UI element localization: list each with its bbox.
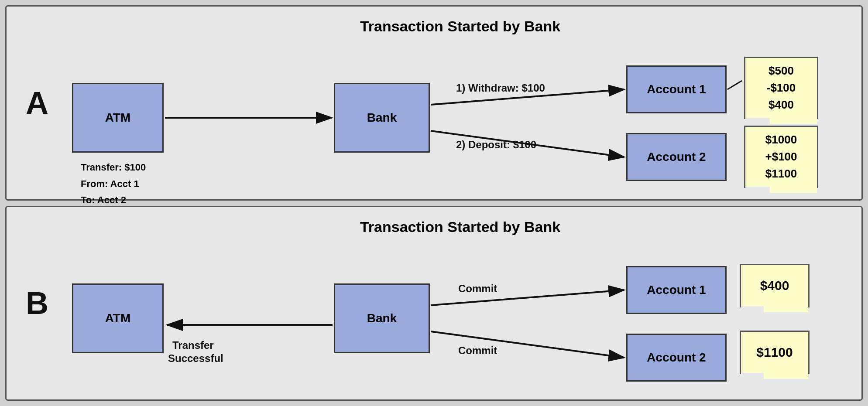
svg-text:Commit: Commit (458, 345, 497, 356)
panel-b: B Transaction Started by Bank ATM Bank A… (5, 206, 863, 401)
panel-a-arrows: 1) Withdraw: $100 2) Deposit: $100 (72, 48, 848, 188)
svg-line-3 (727, 81, 742, 89)
svg-text:Successful: Successful (168, 352, 223, 364)
panel-b-arrows: Commit Commit Transfer Successful (72, 249, 848, 388)
panel-a-diagram: ATM Transfer: $100 From: Acct 1 To: Acct… (72, 48, 848, 188)
panel-a: A Transaction Started by Bank ATM Transf… (5, 5, 863, 201)
panel-a-label: A (20, 85, 55, 121)
svg-text:1) Withdraw: $100: 1) Withdraw: $100 (456, 82, 545, 94)
panel-b-title: Transaction Started by Bank (72, 218, 848, 235)
svg-text:Transfer: Transfer (172, 339, 214, 351)
panel-b-label: B (20, 285, 55, 321)
svg-text:2) Deposit: $100: 2) Deposit: $100 (456, 139, 536, 150)
panel-b-diagram: ATM Bank Account 1 Account 2 $400 (72, 249, 848, 388)
panel-a-title: Transaction Started by Bank (72, 18, 848, 35)
svg-text:Commit: Commit (458, 283, 497, 294)
